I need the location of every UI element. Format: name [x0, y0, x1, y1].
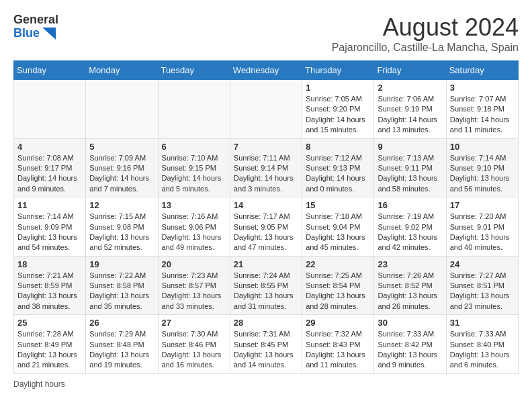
day-info: Sunrise: 7:05 AM Sunset: 9:20 PM Dayligh… — [306, 94, 370, 136]
day-info: Sunrise: 7:20 AM Sunset: 9:01 PM Dayligh… — [450, 212, 515, 253]
calendar: SundayMondayTuesdayWednesdayThursdayFrid… — [13, 60, 519, 374]
day-info: Sunrise: 7:11 AM Sunset: 9:14 PM Dayligh… — [234, 153, 298, 195]
calendar-cell: 29Sunrise: 7:32 AM Sunset: 8:43 PM Dayli… — [302, 315, 374, 374]
day-info: Sunrise: 7:33 AM Sunset: 8:40 PM Dayligh… — [450, 329, 515, 371]
calendar-week-row: 25Sunrise: 7:28 AM Sunset: 8:49 PM Dayli… — [14, 315, 519, 374]
calendar-day-header: Monday — [86, 61, 158, 80]
calendar-cell: 1Sunrise: 7:05 AM Sunset: 9:20 PM Daylig… — [302, 80, 374, 139]
calendar-cell: 12Sunrise: 7:15 AM Sunset: 9:08 PM Dayli… — [86, 197, 158, 257]
day-number: 24 — [450, 259, 515, 269]
header: GeneralBlue August 2024 Pajaroncillo, Ca… — [13, 13, 519, 54]
day-number: 15 — [306, 200, 370, 210]
calendar-cell: 15Sunrise: 7:18 AM Sunset: 9:04 PM Dayli… — [302, 197, 374, 257]
calendar-cell: 17Sunrise: 7:20 AM Sunset: 9:01 PM Dayli… — [446, 197, 518, 257]
day-number: 4 — [17, 142, 82, 152]
day-number: 16 — [378, 200, 442, 210]
day-number: 17 — [450, 200, 515, 210]
day-info: Sunrise: 7:26 AM Sunset: 8:52 PM Dayligh… — [378, 271, 442, 312]
day-number: 5 — [89, 142, 154, 152]
title-area: August 2024 Pajaroncillo, Castille-La Ma… — [332, 13, 519, 54]
calendar-cell: 27Sunrise: 7:30 AM Sunset: 8:46 PM Dayli… — [158, 315, 230, 374]
day-info: Sunrise: 7:17 AM Sunset: 9:05 PM Dayligh… — [234, 212, 298, 253]
month-title: August 2024 — [332, 13, 519, 42]
calendar-cell: 10Sunrise: 7:14 AM Sunset: 9:10 PM Dayli… — [446, 138, 518, 197]
calendar-cell: 13Sunrise: 7:16 AM Sunset: 9:06 PM Dayli… — [158, 197, 230, 257]
calendar-cell — [230, 80, 302, 139]
day-info: Sunrise: 7:14 AM Sunset: 9:10 PM Dayligh… — [450, 153, 515, 195]
calendar-header-row: SundayMondayTuesdayWednesdayThursdayFrid… — [14, 61, 519, 80]
calendar-cell: 14Sunrise: 7:17 AM Sunset: 9:05 PM Dayli… — [230, 197, 302, 257]
calendar-cell: 28Sunrise: 7:31 AM Sunset: 8:45 PM Dayli… — [230, 315, 302, 374]
calendar-cell: 21Sunrise: 7:24 AM Sunset: 8:55 PM Dayli… — [230, 256, 302, 315]
calendar-day-header: Tuesday — [158, 61, 230, 80]
day-info: Sunrise: 7:07 AM Sunset: 9:18 PM Dayligh… — [450, 94, 515, 136]
calendar-week-row: 4Sunrise: 7:08 AM Sunset: 9:17 PM Daylig… — [14, 138, 519, 197]
calendar-cell: 6Sunrise: 7:10 AM Sunset: 9:15 PM Daylig… — [158, 138, 230, 197]
calendar-cell: 7Sunrise: 7:11 AM Sunset: 9:14 PM Daylig… — [230, 138, 302, 197]
day-info: Sunrise: 7:09 AM Sunset: 9:16 PM Dayligh… — [89, 153, 154, 195]
daylight-label: Daylight hours — [13, 379, 65, 389]
calendar-day-header: Friday — [374, 61, 446, 80]
calendar-cell: 9Sunrise: 7:13 AM Sunset: 9:11 PM Daylig… — [374, 138, 446, 197]
day-info: Sunrise: 7:23 AM Sunset: 8:57 PM Dayligh… — [162, 271, 226, 312]
day-info: Sunrise: 7:08 AM Sunset: 9:17 PM Dayligh… — [17, 153, 82, 195]
day-info: Sunrise: 7:15 AM Sunset: 9:08 PM Dayligh… — [89, 212, 154, 253]
day-number: 1 — [306, 83, 370, 93]
day-info: Sunrise: 7:27 AM Sunset: 8:51 PM Dayligh… — [450, 271, 515, 312]
day-number: 19 — [89, 259, 154, 269]
day-info: Sunrise: 7:31 AM Sunset: 8:45 PM Dayligh… — [234, 329, 298, 371]
day-info: Sunrise: 7:25 AM Sunset: 8:54 PM Dayligh… — [306, 271, 370, 312]
calendar-cell: 30Sunrise: 7:33 AM Sunset: 8:42 PM Dayli… — [374, 315, 446, 374]
calendar-cell: 5Sunrise: 7:09 AM Sunset: 9:16 PM Daylig… — [86, 138, 158, 197]
day-number: 13 — [162, 200, 226, 210]
calendar-cell: 25Sunrise: 7:28 AM Sunset: 8:49 PM Dayli… — [14, 315, 86, 374]
calendar-cell: 4Sunrise: 7:08 AM Sunset: 9:17 PM Daylig… — [14, 138, 86, 197]
calendar-cell: 31Sunrise: 7:33 AM Sunset: 8:40 PM Dayli… — [446, 315, 518, 374]
day-info: Sunrise: 7:13 AM Sunset: 9:11 PM Dayligh… — [378, 153, 442, 195]
calendar-cell: 3Sunrise: 7:07 AM Sunset: 9:18 PM Daylig… — [446, 80, 518, 139]
day-number: 26 — [89, 318, 154, 328]
calendar-cell — [14, 80, 86, 139]
day-number: 25 — [17, 318, 82, 328]
calendar-cell: 22Sunrise: 7:25 AM Sunset: 8:54 PM Dayli… — [302, 256, 374, 315]
calendar-day-header: Wednesday — [230, 61, 302, 80]
calendar-day-header: Saturday — [446, 61, 518, 80]
day-number: 12 — [89, 200, 154, 210]
day-number: 18 — [17, 259, 82, 269]
day-info: Sunrise: 7:22 AM Sunset: 8:58 PM Dayligh… — [89, 271, 154, 312]
calendar-cell: 23Sunrise: 7:26 AM Sunset: 8:52 PM Dayli… — [374, 256, 446, 315]
day-number: 10 — [450, 142, 515, 152]
day-info: Sunrise: 7:12 AM Sunset: 9:13 PM Dayligh… — [306, 153, 370, 195]
day-number: 2 — [378, 83, 442, 93]
calendar-day-header: Thursday — [302, 61, 374, 80]
day-number: 30 — [378, 318, 442, 328]
day-info: Sunrise: 7:14 AM Sunset: 9:09 PM Dayligh… — [17, 212, 82, 253]
calendar-cell: 2Sunrise: 7:06 AM Sunset: 9:19 PM Daylig… — [374, 80, 446, 139]
day-info: Sunrise: 7:28 AM Sunset: 8:49 PM Dayligh… — [17, 329, 82, 371]
day-info: Sunrise: 7:18 AM Sunset: 9:04 PM Dayligh… — [306, 212, 370, 253]
calendar-cell: 26Sunrise: 7:29 AM Sunset: 8:48 PM Dayli… — [86, 315, 158, 374]
day-number: 8 — [306, 142, 370, 152]
day-number: 29 — [306, 318, 370, 328]
day-number: 31 — [450, 318, 515, 328]
calendar-week-row: 1Sunrise: 7:05 AM Sunset: 9:20 PM Daylig… — [14, 80, 519, 139]
day-number: 27 — [162, 318, 226, 328]
day-info: Sunrise: 7:33 AM Sunset: 8:42 PM Dayligh… — [378, 329, 442, 371]
day-number: 28 — [234, 318, 298, 328]
calendar-cell: 8Sunrise: 7:12 AM Sunset: 9:13 PM Daylig… — [302, 138, 374, 197]
calendar-cell: 24Sunrise: 7:27 AM Sunset: 8:51 PM Dayli… — [446, 256, 518, 315]
day-info: Sunrise: 7:30 AM Sunset: 8:46 PM Dayligh… — [162, 329, 226, 371]
calendar-week-row: 11Sunrise: 7:14 AM Sunset: 9:09 PM Dayli… — [14, 197, 519, 257]
calendar-cell: 20Sunrise: 7:23 AM Sunset: 8:57 PM Dayli… — [158, 256, 230, 315]
day-info: Sunrise: 7:19 AM Sunset: 9:02 PM Dayligh… — [378, 212, 442, 253]
day-number: 14 — [234, 200, 298, 210]
day-number: 6 — [162, 142, 226, 152]
day-number: 20 — [162, 259, 226, 269]
calendar-cell: 19Sunrise: 7:22 AM Sunset: 8:58 PM Dayli… — [86, 256, 158, 315]
calendar-cell — [86, 80, 158, 139]
day-info: Sunrise: 7:16 AM Sunset: 9:06 PM Dayligh… — [162, 212, 226, 253]
day-info: Sunrise: 7:10 AM Sunset: 9:15 PM Dayligh… — [162, 153, 226, 195]
day-info: Sunrise: 7:29 AM Sunset: 8:48 PM Dayligh… — [89, 329, 154, 371]
calendar-day-header: Sunday — [14, 61, 86, 80]
day-number: 9 — [378, 142, 442, 152]
